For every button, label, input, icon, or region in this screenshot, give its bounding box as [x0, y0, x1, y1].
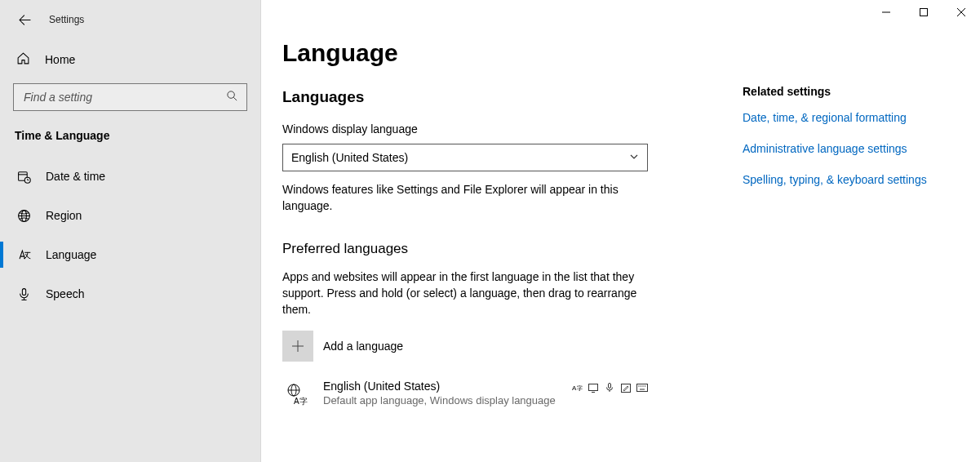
calendar-clock-icon: [16, 169, 31, 184]
sidebar-item-label: Language: [46, 248, 96, 261]
titlebar-controls: [867, 0, 980, 24]
sidebar-item-date-time[interactable]: Date & time: [0, 158, 260, 194]
sidebar-section-header: Time & Language: [0, 122, 260, 155]
language-entry-sub: Default app language, Windows display la…: [323, 394, 560, 406]
display-language-dropdown[interactable]: English (United States): [282, 144, 648, 171]
preferred-languages-title: Preferred languages: [282, 241, 743, 257]
related-link-spelling-typing[interactable]: Spelling, typing, & keyboard settings: [743, 173, 927, 186]
window-title: Settings: [49, 14, 84, 25]
search-container: [13, 83, 247, 111]
plus-icon-box: [282, 331, 313, 362]
related-link-admin-language[interactable]: Administrative language settings: [743, 142, 927, 155]
handwriting-icon: [620, 383, 632, 393]
page-title: Language: [282, 39, 743, 67]
text-to-speech-icon: A字: [571, 383, 583, 393]
languages-section-title: Languages: [282, 88, 743, 106]
svg-rect-22: [589, 384, 598, 390]
search-input[interactable]: [14, 91, 218, 104]
microphone-icon: [16, 287, 31, 301]
close-button[interactable]: [942, 0, 980, 24]
close-icon: [957, 8, 965, 16]
language-entry-name: English (United States): [323, 380, 560, 393]
sidebar-item-label: Speech: [46, 287, 84, 300]
language-capabilities: A字: [571, 383, 648, 393]
chevron-down-icon: [629, 151, 639, 164]
display-language-label: Windows display language: [282, 122, 743, 135]
back-button[interactable]: [13, 8, 36, 31]
maximize-icon: [920, 8, 928, 16]
preferred-languages-help: Apps and websites will appear in the fir…: [282, 269, 641, 318]
sidebar: Settings Home Time & Language Date & tim…: [0, 0, 261, 462]
sidebar-home[interactable]: Home: [0, 42, 260, 77]
svg-line-1: [233, 97, 237, 100]
sidebar-item-label: Date & time: [46, 170, 105, 183]
svg-rect-26: [637, 384, 648, 392]
sidebar-item-label: Region: [46, 209, 82, 222]
language-entry-text: English (United States) Default app lang…: [323, 380, 560, 406]
speech-recognition-icon: [604, 383, 615, 393]
main: Language Languages Windows display langu…: [261, 0, 980, 462]
sidebar-item-language[interactable]: Language: [0, 237, 260, 273]
svg-text:字: 字: [299, 397, 308, 406]
sidebar-item-speech[interactable]: Speech: [0, 276, 260, 312]
display-icon: [588, 383, 599, 393]
language-entry[interactable]: A 字 English (United States) Default app …: [282, 380, 648, 409]
sidebar-home-label: Home: [45, 53, 75, 66]
plus-icon: [291, 340, 304, 353]
globe-icon: [16, 208, 31, 223]
sidebar-header: Settings: [0, 0, 260, 39]
keyboard-icon: [636, 383, 648, 393]
related-settings: Related settings Date, time, & regional …: [743, 0, 927, 462]
display-language-value: English (United States): [291, 151, 408, 164]
arrow-left-icon: [19, 14, 31, 26]
add-language-label: Add a language: [323, 340, 403, 353]
svg-rect-10: [920, 9, 928, 16]
language-icon: [16, 247, 31, 262]
home-icon: [16, 51, 30, 68]
maximize-button[interactable]: [905, 0, 942, 24]
svg-text:A: A: [294, 397, 299, 406]
related-link-date-regional[interactable]: Date, time, & regional formatting: [743, 111, 927, 124]
add-language-button[interactable]: Add a language: [282, 331, 743, 362]
svg-rect-24: [609, 384, 611, 389]
language-pack-icon: A 字: [282, 380, 312, 409]
svg-point-0: [228, 91, 234, 98]
related-settings-header: Related settings: [743, 85, 927, 98]
content: Language Languages Windows display langu…: [261, 0, 743, 462]
minimize-icon: [882, 8, 890, 16]
sidebar-item-region[interactable]: Region: [0, 198, 260, 233]
minimize-button[interactable]: [867, 0, 905, 24]
search-icon: [218, 90, 246, 104]
search-box[interactable]: [13, 83, 247, 111]
svg-rect-8: [22, 288, 25, 295]
display-language-help: Windows features like Settings and File …: [282, 181, 641, 215]
svg-text:字: 字: [577, 385, 583, 391]
